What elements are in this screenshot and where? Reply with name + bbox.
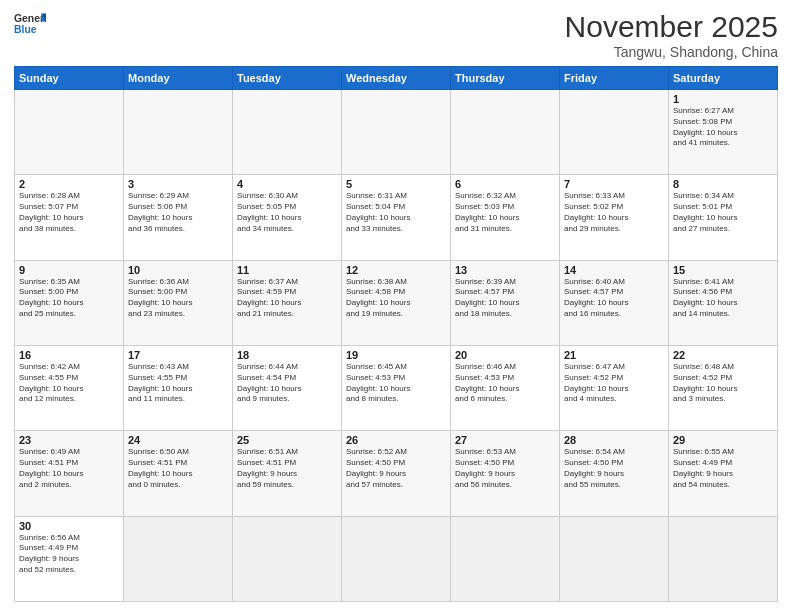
calendar-cell: 5Sunrise: 6:31 AM Sunset: 5:04 PM Daylig… [342,175,451,260]
day-number: 16 [19,349,119,361]
day-number: 26 [346,434,446,446]
day-number: 28 [564,434,664,446]
day-info: Sunrise: 6:52 AM Sunset: 4:50 PM Dayligh… [346,447,446,490]
day-number: 18 [237,349,337,361]
calendar-cell: 12Sunrise: 6:38 AM Sunset: 4:58 PM Dayli… [342,260,451,345]
location-title: Tangwu, Shandong, China [565,44,778,60]
day-number: 24 [128,434,228,446]
calendar-cell: 30Sunrise: 6:56 AM Sunset: 4:49 PM Dayli… [15,516,124,601]
weekday-header-friday: Friday [560,67,669,90]
week-row-6: 30Sunrise: 6:56 AM Sunset: 4:49 PM Dayli… [15,516,778,601]
calendar-cell: 2Sunrise: 6:28 AM Sunset: 5:07 PM Daylig… [15,175,124,260]
day-info: Sunrise: 6:53 AM Sunset: 4:50 PM Dayligh… [455,447,555,490]
calendar-cell [560,516,669,601]
day-number: 25 [237,434,337,446]
day-info: Sunrise: 6:29 AM Sunset: 5:06 PM Dayligh… [128,191,228,234]
day-number: 23 [19,434,119,446]
day-number: 29 [673,434,773,446]
calendar-cell: 26Sunrise: 6:52 AM Sunset: 4:50 PM Dayli… [342,431,451,516]
day-number: 3 [128,178,228,190]
day-info: Sunrise: 6:36 AM Sunset: 5:00 PM Dayligh… [128,277,228,320]
calendar-cell [669,516,778,601]
calendar-cell: 9Sunrise: 6:35 AM Sunset: 5:00 PM Daylig… [15,260,124,345]
calendar-cell: 16Sunrise: 6:42 AM Sunset: 4:55 PM Dayli… [15,345,124,430]
day-info: Sunrise: 6:28 AM Sunset: 5:07 PM Dayligh… [19,191,119,234]
calendar-cell: 14Sunrise: 6:40 AM Sunset: 4:57 PM Dayli… [560,260,669,345]
day-number: 6 [455,178,555,190]
day-number: 1 [673,93,773,105]
calendar-cell: 6Sunrise: 6:32 AM Sunset: 5:03 PM Daylig… [451,175,560,260]
day-number: 10 [128,264,228,276]
day-number: 7 [564,178,664,190]
day-number: 8 [673,178,773,190]
weekday-header-saturday: Saturday [669,67,778,90]
generalblue-logo-icon: General Blue [14,10,46,38]
day-number: 17 [128,349,228,361]
calendar-cell [451,516,560,601]
day-number: 19 [346,349,446,361]
day-info: Sunrise: 6:46 AM Sunset: 4:53 PM Dayligh… [455,362,555,405]
calendar-cell [342,90,451,175]
day-info: Sunrise: 6:35 AM Sunset: 5:00 PM Dayligh… [19,277,119,320]
day-info: Sunrise: 6:30 AM Sunset: 5:05 PM Dayligh… [237,191,337,234]
calendar-cell: 27Sunrise: 6:53 AM Sunset: 4:50 PM Dayli… [451,431,560,516]
day-number: 5 [346,178,446,190]
calendar-cell: 18Sunrise: 6:44 AM Sunset: 4:54 PM Dayli… [233,345,342,430]
day-number: 4 [237,178,337,190]
calendar-cell: 7Sunrise: 6:33 AM Sunset: 5:02 PM Daylig… [560,175,669,260]
day-number: 27 [455,434,555,446]
day-info: Sunrise: 6:42 AM Sunset: 4:55 PM Dayligh… [19,362,119,405]
day-number: 11 [237,264,337,276]
day-number: 14 [564,264,664,276]
day-info: Sunrise: 6:43 AM Sunset: 4:55 PM Dayligh… [128,362,228,405]
weekday-header-monday: Monday [124,67,233,90]
calendar-cell: 24Sunrise: 6:50 AM Sunset: 4:51 PM Dayli… [124,431,233,516]
calendar-cell [451,90,560,175]
page: General Blue November 2025 Tangwu, Shand… [0,0,792,612]
weekday-header-row: SundayMondayTuesdayWednesdayThursdayFrid… [15,67,778,90]
week-row-2: 2Sunrise: 6:28 AM Sunset: 5:07 PM Daylig… [15,175,778,260]
calendar-cell: 29Sunrise: 6:55 AM Sunset: 4:49 PM Dayli… [669,431,778,516]
day-info: Sunrise: 6:49 AM Sunset: 4:51 PM Dayligh… [19,447,119,490]
day-number: 13 [455,264,555,276]
calendar-cell [233,90,342,175]
day-info: Sunrise: 6:31 AM Sunset: 5:04 PM Dayligh… [346,191,446,234]
day-info: Sunrise: 6:34 AM Sunset: 5:01 PM Dayligh… [673,191,773,234]
calendar-cell: 10Sunrise: 6:36 AM Sunset: 5:00 PM Dayli… [124,260,233,345]
header: General Blue November 2025 Tangwu, Shand… [14,10,778,60]
day-info: Sunrise: 6:32 AM Sunset: 5:03 PM Dayligh… [455,191,555,234]
day-number: 9 [19,264,119,276]
day-info: Sunrise: 6:33 AM Sunset: 5:02 PM Dayligh… [564,191,664,234]
calendar-cell: 15Sunrise: 6:41 AM Sunset: 4:56 PM Dayli… [669,260,778,345]
day-info: Sunrise: 6:50 AM Sunset: 4:51 PM Dayligh… [128,447,228,490]
calendar-cell: 23Sunrise: 6:49 AM Sunset: 4:51 PM Dayli… [15,431,124,516]
calendar-cell: 8Sunrise: 6:34 AM Sunset: 5:01 PM Daylig… [669,175,778,260]
day-info: Sunrise: 6:39 AM Sunset: 4:57 PM Dayligh… [455,277,555,320]
calendar-cell [233,516,342,601]
calendar-table: SundayMondayTuesdayWednesdayThursdayFrid… [14,66,778,602]
logo: General Blue [14,10,46,38]
weekday-header-tuesday: Tuesday [233,67,342,90]
calendar-cell: 21Sunrise: 6:47 AM Sunset: 4:52 PM Dayli… [560,345,669,430]
day-info: Sunrise: 6:51 AM Sunset: 4:51 PM Dayligh… [237,447,337,490]
day-number: 15 [673,264,773,276]
calendar-cell: 22Sunrise: 6:48 AM Sunset: 4:52 PM Dayli… [669,345,778,430]
day-number: 30 [19,520,119,532]
day-info: Sunrise: 6:56 AM Sunset: 4:49 PM Dayligh… [19,533,119,576]
calendar-cell [560,90,669,175]
calendar-cell: 20Sunrise: 6:46 AM Sunset: 4:53 PM Dayli… [451,345,560,430]
day-number: 22 [673,349,773,361]
day-info: Sunrise: 6:54 AM Sunset: 4:50 PM Dayligh… [564,447,664,490]
week-row-3: 9Sunrise: 6:35 AM Sunset: 5:00 PM Daylig… [15,260,778,345]
day-info: Sunrise: 6:40 AM Sunset: 4:57 PM Dayligh… [564,277,664,320]
calendar-cell: 4Sunrise: 6:30 AM Sunset: 5:05 PM Daylig… [233,175,342,260]
day-number: 20 [455,349,555,361]
title-block: November 2025 Tangwu, Shandong, China [565,10,778,60]
day-info: Sunrise: 6:38 AM Sunset: 4:58 PM Dayligh… [346,277,446,320]
day-info: Sunrise: 6:47 AM Sunset: 4:52 PM Dayligh… [564,362,664,405]
weekday-header-wednesday: Wednesday [342,67,451,90]
calendar-cell: 28Sunrise: 6:54 AM Sunset: 4:50 PM Dayli… [560,431,669,516]
day-number: 2 [19,178,119,190]
weekday-header-thursday: Thursday [451,67,560,90]
day-info: Sunrise: 6:41 AM Sunset: 4:56 PM Dayligh… [673,277,773,320]
